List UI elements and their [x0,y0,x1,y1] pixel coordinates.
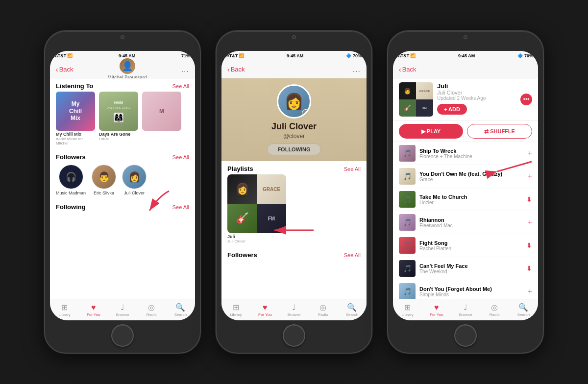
song-row-0[interactable]: 🎵 Ship To Wreck Florence + The Machine + [393,142,538,165]
followers-see-all-2[interactable]: See All [344,252,361,258]
tab-browse-1[interactable]: ♩ Browse [108,303,137,317]
followers-title: Followers [56,153,86,161]
bluetooth-icon-3: 🔷 [517,53,523,58]
more-button-3[interactable]: ••• [520,94,532,105]
wifi-icon-3: 📶 [410,53,416,58]
song-row-1[interactable]: 🎵 You Don't Own Me (feat. G-Eazy) Grace … [393,165,538,188]
tab-radio-1[interactable]: ◎ Radio [137,303,166,317]
status-left-2: AT&T 📶 [226,53,244,58]
followers-grid: 🎧 Music Madman 👨 Eric Slivka 👩 Juli Clov… [50,163,195,199]
carrier-3: AT&T [398,53,409,58]
tab-library-2[interactable]: ⊞ Library [221,303,250,317]
nav-bar-3: ‹ Back [393,61,538,78]
tab-search-3[interactable]: 🔍 Search [509,303,538,317]
phone-3: AT&T 📶 9:45 AM 🔷 70% ‹ Back 👩 [387,30,544,354]
tab-browse-2[interactable]: ♩ Browse [279,303,308,317]
playlist-item-2[interactable]: 👩 GRACE 🎸 FM Juli Juli Clover [227,174,361,243]
avatar-eric-img: 👨 [92,165,116,189]
tab-radio-3[interactable]: ◎ Radio [480,303,509,317]
home-button-2[interactable] [283,324,305,347]
song-info-3: Rhiannon Fleetwood Mac [419,217,524,228]
song-row-3[interactable]: 🎵 Rhiannon Fleetwood Mac + [393,211,538,234]
song-art-6: 🎵 [399,283,416,299]
tab-radio-label-2: Radio [318,312,328,317]
follower-name-juli: Juli Clover [124,191,145,195]
song-download-2[interactable]: ⬇ [526,195,532,203]
album-haim[interactable]: HAIM DAYS ARE GONE 👩‍👩‍👧 Days Are Gone H… [99,92,138,145]
tab-library-3[interactable]: ⊞ Library [393,303,422,317]
bluetooth-icon-2: 🔷 [346,53,351,58]
song-row-6[interactable]: 🎵 Don't You (Forget About Me) Simple Min… [393,280,538,299]
song-download-4[interactable]: ⬇ [526,241,532,249]
following-see-all[interactable]: See All [172,204,189,210]
follower-music-madman[interactable]: 🎧 Music Madman [56,165,86,195]
song-action-0[interactable]: + [528,149,532,158]
followers-title-2: Followers [227,251,257,259]
more-button-1[interactable]: ... [181,65,189,74]
album-chill-mix[interactable]: MyChillMix My Chill Mix Apple Music for … [56,92,95,145]
tab-library-1[interactable]: ⊞ Library [50,303,79,317]
song-action-3[interactable]: + [528,218,532,227]
song-info-4: Fight Song Rachel Platten [419,240,522,251]
library-icon-2: ⊞ [233,303,239,312]
avatar-juli-img: 👩 [122,165,146,189]
nav-bar-2: ‹ Back ... [221,61,367,78]
back-button-1[interactable]: ‹ Back [56,66,74,73]
song-action-6[interactable]: + [528,287,532,296]
tab-foryou-1[interactable]: ♥ For You [79,303,108,317]
song-info-6: Don't You (Forget About Me) Simple Minds [419,286,524,297]
followers-see-all[interactable]: See All [172,154,189,160]
tab-foryou-3[interactable]: ♥ For You [422,303,451,317]
tab-library-label-1: Library [58,312,70,317]
listening-see-all[interactable]: See All [172,83,189,89]
action-row-3: ▶ PLAY ⇄ SHUFFLE [393,121,538,142]
follower-eric[interactable]: 👨 Eric Slivka [92,165,116,195]
tab-search-1[interactable]: 🔍 Search [166,303,195,317]
shuffle-button-3[interactable]: ⇄ SHUFFLE [467,124,532,139]
album-title-haim: Days Are Gone [99,132,138,137]
song-artist-6: Simple Minds [419,292,524,297]
playlists-see-all[interactable]: See All [344,166,361,172]
featured-playlist-3: 👩 GRACE 🎸 FM Juli Juli Clover Updated 2 … [393,78,538,121]
song-row-5[interactable]: 🎵 Can't Feel My Face The Weeknd ⬇ [393,257,538,280]
album-third[interactable]: M [142,92,181,145]
home-button-3[interactable] [454,324,477,347]
playlist-author-2: Juli Clover [227,239,361,243]
play-button-3[interactable]: ▶ PLAY [399,124,463,139]
profile-handle-2: @clover [221,133,367,140]
status-right-3: 🔷 70% [517,53,533,58]
tab-library-label-3: Library [401,312,413,317]
following-button-2[interactable]: FOLLOWING [267,144,320,155]
playlist-name-3: Juli [437,82,516,90]
following-title: Following [56,203,86,211]
add-button-3[interactable]: + ADD [437,104,467,115]
tab-search-2[interactable]: 🔍 Search [338,303,367,317]
song-row-4[interactable]: 🎵 Fight Song Rachel Platten ⬇ [393,234,538,257]
avatar-music-madman-img: 🎧 [59,165,83,189]
tab-foryou-2[interactable]: ♥ For You [250,303,279,317]
time-1: 9:45 AM [119,53,135,58]
playlists-section-header: Playlists See All [221,161,367,174]
back-label-1: Back [59,66,74,73]
battery-1: 71% [181,53,190,58]
tab-search-label-2: Search [346,312,358,317]
song-title-1: You Don't Own Me (feat. G-Eazy) [419,171,524,177]
song-title-4: Fight Song [419,240,522,246]
followers-section-header: Followers See All [50,149,195,163]
follower-juli[interactable]: 👩 Juli Clover [122,165,147,195]
song-download-5[interactable]: ⬇ [526,264,532,272]
tab-radio-2[interactable]: ◎ Radio [309,303,338,317]
library-icon-3: ⊞ [404,303,411,312]
song-art-3: 🎵 [399,214,416,231]
home-button-1[interactable] [111,324,134,347]
back-button-2[interactable]: ‹ Back [227,66,245,73]
song-info-5: Can't Feel My Face The Weeknd [419,263,522,274]
tab-browse-3[interactable]: ♩ Browse [451,303,480,317]
more-button-2[interactable]: ... [353,65,361,74]
tab-bar-3: ⊞ Library ♥ For You ♩ Browse ◎ Radio 🔍 S… [393,299,538,320]
tab-search-label-1: Search [174,312,187,317]
song-row-2[interactable]: 🎵 Take Me to Church Hozier ⬇ [393,188,538,211]
playlists-title: Playlists [227,165,253,172]
back-button-3[interactable]: ‹ Back [399,66,416,73]
song-action-1[interactable]: + [528,172,532,181]
